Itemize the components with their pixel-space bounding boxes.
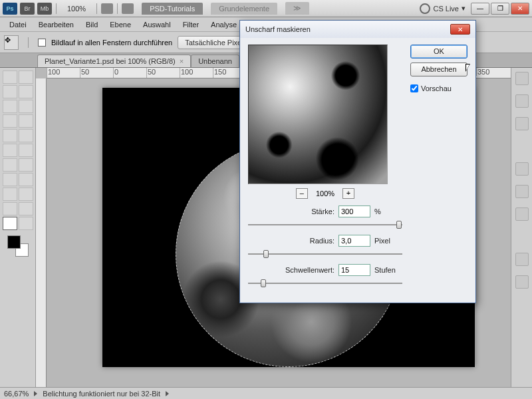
radius-input[interactable] [338,235,370,247]
app-launcher-icons: Ps Br Mb [3,3,52,15]
color-swatches[interactable] [7,235,29,257]
dialog-titlebar[interactable]: Unscharf maskieren ✕ [240,21,475,38]
current-tool-icon[interactable]: ✥ [4,35,19,50]
scroll-all-checkbox[interactable] [38,39,46,47]
scroll-all-label: Bildlauf in allen Fenstern durchführen [51,39,172,47]
panel-dock [511,68,532,387]
shape-tool[interactable] [19,188,33,201]
lasso-tool[interactable] [3,85,17,98]
status-menu-icon[interactable] [34,391,37,396]
dialog-close-icon[interactable]: ✕ [450,24,470,35]
panel-styles-icon[interactable] [515,117,529,130]
3d-tool[interactable] [3,202,17,215]
eyedropper-tool[interactable] [19,100,33,113]
menu-analyse[interactable]: Analyse [205,19,242,30]
radius-unit: Pixel [374,237,402,245]
move-tool[interactable] [3,70,17,84]
dodge-tool[interactable] [19,158,33,172]
photoshop-icon[interactable]: Ps [3,3,17,15]
bridge-icon[interactable]: Br [20,3,35,15]
minimize-button[interactable]: — [471,3,489,15]
blur-tool[interactable] [3,158,17,172]
cancel-button[interactable]: Abbrechen [410,63,467,76]
zoom-out-button[interactable]: – [296,188,308,199]
screenmode-icon[interactable] [122,3,134,14]
menu-auswahl[interactable]: Auswahl [138,19,176,30]
doc-tab-planet[interactable]: Planet_Variante1.psd bei 100% (RGB/8) × [37,55,191,67]
zoom-level[interactable]: 100% [67,5,86,13]
threshold-slider[interactable] [248,277,402,289]
preview-checkbox-label: Vorschau [421,84,452,92]
cslive-button[interactable]: CS Live ▾ [420,3,466,14]
panel-paths-icon[interactable] [515,275,529,289]
eraser-tool[interactable] [3,144,17,157]
history-brush-tool[interactable] [19,129,33,142]
ruler-vertical [36,78,47,387]
strength-unit: % [374,207,402,215]
menu-filter[interactable]: Filter [178,19,204,30]
preview-zoom: 100% [316,190,334,198]
minibridge-icon[interactable]: Mb [37,3,52,15]
path-tool[interactable] [3,188,17,201]
menu-datei[interactable]: Datei [4,19,32,30]
ext-tab-psd-tutorials[interactable]: PSD-Tutorials [142,3,203,15]
wand-tool[interactable] [19,85,33,98]
toolbox [0,68,36,387]
panel-channels-icon[interactable] [515,207,529,221]
strength-slider[interactable] [248,219,402,231]
menu-bearbeiten[interactable]: Bearbeiten [33,19,79,30]
threshold-label: Schwellenwert: [248,266,334,274]
doc-tab-unbenannt[interactable]: Unbenann [191,55,239,67]
strength-label: Stärke: [248,207,334,215]
radius-slider[interactable] [248,248,402,260]
preview-thumbnail[interactable] [248,45,388,184]
threshold-unit: Stufen [374,266,402,274]
3dcam-tool[interactable] [19,202,33,215]
panel-adjust-icon[interactable] [515,162,529,176]
menu-bild[interactable]: Bild [80,19,103,30]
stamp-tool[interactable] [3,129,17,142]
heal-tool[interactable] [3,114,17,128]
ok-button[interactable]: OK [410,45,467,59]
pen-tool[interactable] [3,173,17,186]
status-zoom[interactable]: 66,67% [4,390,29,398]
panel-swatch-icon[interactable] [515,94,529,108]
type-tool[interactable] [19,173,33,186]
radius-label: Radius: [248,237,334,245]
unsharp-mask-dialog: Unscharf maskieren ✕ – 100% + Stärke: % … [239,20,476,303]
preview-checkbox-input[interactable] [410,84,418,92]
brush-tool[interactable] [19,114,33,128]
status-message: Belichtung funktioniert nur bei 32-Bit [43,390,160,398]
ext-tab-more[interactable]: ≫ [285,2,309,15]
strength-input[interactable] [338,205,370,217]
arrange-icon[interactable] [101,3,113,14]
threshold-input[interactable] [338,264,370,276]
preview-checkbox[interactable]: Vorschau [410,84,467,92]
close-tab-icon[interactable]: × [180,57,184,65]
fg-color-swatch[interactable] [7,235,21,249]
maximize-button[interactable]: ❐ [491,3,509,15]
zoom-in-button[interactable]: + [342,188,354,199]
doc-tab-label: Planet_Variante1.psd bei 100% (RGB/8) [45,57,176,65]
titlebar: Ps Br Mb 100% PSD-Tutorials Grundelement… [0,0,532,17]
status-bar: 66,67% Belichtung funktioniert nur bei 3… [0,387,532,399]
panel-masks-icon[interactable] [515,185,529,198]
doc-tab-label: Unbenann [198,57,232,65]
gradient-tool[interactable] [19,144,33,157]
zoom-tool[interactable] [19,217,33,230]
dialog-title: Unscharf maskieren [245,25,311,33]
marquee-tool[interactable] [19,70,33,84]
hand-tool[interactable] [3,217,17,230]
menu-ebene[interactable]: Ebene [104,19,136,30]
close-button[interactable]: ✕ [511,3,529,15]
ext-tab-grundelemente[interactable]: Grundelemente [211,3,277,15]
crop-tool[interactable] [3,100,17,113]
panel-color-icon[interactable] [515,72,529,85]
status-menu2-icon[interactable] [166,391,169,396]
panel-layers-icon[interactable] [515,253,529,266]
